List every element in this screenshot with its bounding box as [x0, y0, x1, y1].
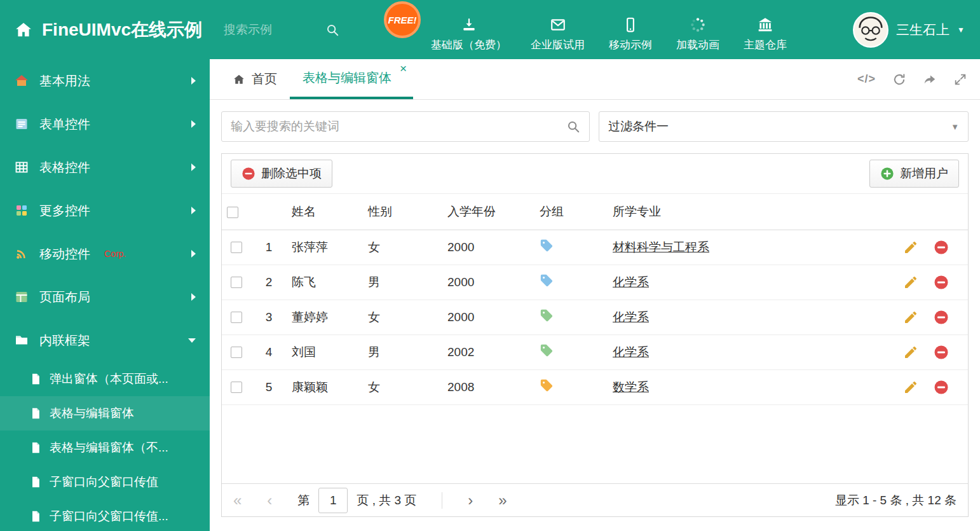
row-year: 2002 — [442, 334, 534, 369]
minus-circle-icon — [242, 167, 255, 181]
edit-icon[interactable] — [903, 345, 918, 360]
bank-icon — [757, 17, 773, 33]
button-label: 新增用户 — [900, 165, 948, 182]
sidebar-item-page-layout[interactable]: 页面布局 — [0, 275, 210, 319]
row-gender: 女 — [363, 230, 442, 265]
avatar — [853, 12, 888, 48]
delete-icon[interactable] — [934, 345, 949, 360]
edit-icon[interactable] — [903, 275, 918, 290]
row-checkbox[interactable] — [231, 347, 242, 358]
delete-icon[interactable] — [934, 275, 949, 290]
sidebar-item-form-controls[interactable]: 表单控件 — [0, 102, 210, 146]
row-name: 刘国 — [287, 334, 363, 369]
sidebar-subitem-child-to-parent[interactable]: 子窗口向父窗口传值 — [0, 465, 210, 499]
caret-down-icon: ▼ — [951, 122, 959, 132]
folder-icon — [14, 333, 29, 348]
edit-icon[interactable] — [903, 240, 918, 255]
select-all-checkbox[interactable] — [227, 207, 238, 218]
row-gender: 女 — [363, 369, 442, 404]
nav-label: 主题仓库 — [744, 38, 787, 52]
user-menu[interactable]: 三生石上 ▼ — [853, 12, 965, 48]
sidebar-subitem-label: 子窗口向父窗口传值... — [50, 508, 168, 525]
sidebar-subitem-popup-window[interactable]: 弹出窗体（本页面或... — [0, 362, 210, 396]
plus-circle-icon — [880, 167, 894, 181]
major-link[interactable]: 化学系 — [613, 345, 649, 359]
col-header-major: 所学专业 — [608, 194, 892, 230]
sidebar: 基本用法 表单控件 表格控件 更多控件 移动控件 Corp. 页面布局 内联框架… — [0, 59, 210, 531]
edit-icon[interactable] — [903, 380, 918, 395]
button-label: 删除选中项 — [261, 165, 322, 182]
filter-dropdown[interactable]: 过滤条件一 ▼ — [599, 111, 969, 142]
refresh-icon[interactable] — [892, 72, 906, 86]
header-nav: 基础版（免费） 企业版试用 移动示例 加载动画 主题仓库 — [431, 8, 787, 52]
sidebar-item-more-controls[interactable]: 更多控件 — [0, 189, 210, 232]
table-row: 4 刘国 男 2002 化学系 — [222, 334, 968, 369]
delete-icon[interactable] — [934, 240, 949, 255]
caret-down-icon: ▼ — [957, 26, 965, 34]
page-label-prefix: 第 — [297, 492, 310, 509]
add-user-button[interactable]: 新增用户 — [869, 160, 959, 188]
search-filter-row: 过滤条件一 ▼ — [210, 100, 980, 153]
row-checkbox[interactable] — [231, 312, 242, 323]
edit-icon[interactable] — [903, 310, 918, 325]
row-checkbox[interactable] — [231, 382, 242, 393]
brand[interactable]: FineUIMvc在线示例 — [14, 18, 202, 42]
prev-page-button[interactable]: ‹ — [267, 493, 272, 508]
data-table: 姓名 性别 入学年份 分组 所学专业 1 张萍萍 女 2000 材料科学与工程系 — [222, 194, 968, 405]
row-name: 张萍萍 — [287, 230, 363, 265]
major-link[interactable]: 化学系 — [613, 310, 649, 324]
nav-theme-store[interactable]: 主题仓库 — [744, 8, 787, 52]
file-icon — [29, 510, 42, 523]
file-icon — [29, 476, 42, 488]
filter-value: 过滤条件一 — [608, 118, 951, 135]
last-page-button[interactable]: » — [498, 493, 507, 508]
page-number-input[interactable] — [318, 488, 348, 513]
delete-selected-button[interactable]: 删除选中项 — [231, 160, 332, 188]
tag-icon — [540, 273, 554, 287]
sidebar-item-basic-usage[interactable]: 基本用法 — [0, 59, 210, 102]
nav-loading-animation[interactable]: 加载动画 — [676, 8, 719, 52]
close-icon[interactable]: × — [400, 62, 407, 74]
nav-enterprise-trial[interactable]: 企业版试用 — [531, 8, 585, 52]
sidebar-item-label: 移动控件 — [39, 245, 90, 263]
tab-home[interactable]: 首页 — [220, 59, 290, 99]
major-link[interactable]: 化学系 — [613, 275, 649, 289]
next-page-button[interactable]: › — [468, 493, 473, 508]
sidebar-item-mobile-controls[interactable]: 移动控件 Corp. — [0, 232, 210, 275]
table-row: 5 康颖颖 女 2008 数学系 — [222, 369, 968, 404]
sidebar-item-iframe[interactable]: 内联框架 — [0, 319, 210, 362]
free-badge[interactable]: FREE! — [384, 1, 421, 38]
spinner-icon — [690, 17, 706, 33]
nav-label: 移动示例 — [609, 38, 652, 52]
col-header-year: 入学年份 — [442, 194, 534, 230]
delete-icon[interactable] — [934, 380, 949, 395]
expand-icon[interactable] — [953, 72, 967, 86]
major-link[interactable]: 材料科学与工程系 — [613, 240, 709, 254]
search-icon[interactable] — [325, 23, 339, 37]
sidebar-subitem-grid-edit-window-2[interactable]: 表格与编辑窗体（不... — [0, 431, 210, 465]
chevron-down-icon — [188, 338, 196, 343]
sidebar-item-grid-controls[interactable]: 表格控件 — [0, 146, 210, 189]
row-checkbox[interactable] — [231, 242, 242, 253]
tab-actions: </> — [857, 59, 980, 99]
source-code-icon[interactable]: </> — [857, 72, 876, 86]
chevron-right-icon — [191, 77, 196, 85]
col-header-gender: 性别 — [363, 194, 442, 230]
nav-mobile-demo[interactable]: 移动示例 — [609, 8, 652, 52]
first-page-button[interactable]: « — [233, 493, 242, 508]
tab-grid-edit-window[interactable]: 表格与编辑窗体 × — [290, 59, 413, 99]
delete-icon[interactable] — [934, 310, 949, 325]
table-icon — [14, 160, 29, 175]
nav-basic-edition[interactable]: 基础版（免费） — [431, 8, 507, 52]
header-search-input[interactable] — [224, 23, 319, 37]
row-index: 4 — [251, 334, 287, 369]
sidebar-subitem-grid-edit-window[interactable]: 表格与编辑窗体 — [0, 396, 210, 431]
signal-icon — [14, 246, 29, 261]
sidebar-subitem-child-to-parent-2[interactable]: 子窗口向父窗口传值... — [0, 499, 210, 531]
widgets-icon — [14, 203, 29, 218]
major-link[interactable]: 数学系 — [613, 380, 649, 394]
search-icon[interactable] — [566, 120, 580, 134]
keyword-search-input[interactable] — [231, 120, 566, 134]
share-icon[interactable] — [923, 72, 937, 86]
row-checkbox[interactable] — [231, 277, 242, 288]
